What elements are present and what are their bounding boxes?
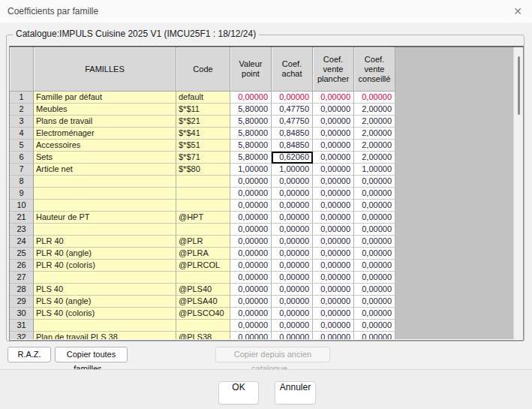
value-cell[interactable]: 0,00000 (313, 260, 354, 272)
value-cell[interactable]: 0,00000 (272, 332, 313, 339)
value-cell[interactable]: 0,00000 (354, 212, 395, 224)
row-number-cell[interactable]: 25 (10, 248, 34, 260)
value-cell[interactable]: 0,00000 (313, 200, 354, 212)
code-cell[interactable]: $*$11 (176, 104, 230, 116)
value-cell[interactable]: 5,80000 (230, 116, 272, 128)
value-cell[interactable]: 0,00000 (354, 284, 395, 296)
value-cell[interactable]: 1,00000 (272, 164, 313, 176)
row-number-cell[interactable]: 8 (10, 176, 34, 188)
value-cell[interactable]: 2,00000 (354, 128, 395, 140)
row-number-cell[interactable]: 10 (10, 200, 34, 212)
value-cell[interactable]: 0,00000 (354, 272, 395, 284)
row-number-cell[interactable]: 23 (10, 224, 34, 236)
code-cell[interactable]: @PLR (176, 236, 230, 248)
row-number-cell[interactable]: 21 (10, 212, 34, 224)
value-cell[interactable]: 0,00000 (272, 188, 313, 200)
code-cell[interactable] (176, 272, 230, 284)
code-cell[interactable]: default (176, 92, 230, 104)
value-cell[interactable]: 0,00000 (230, 176, 272, 188)
famille-cell[interactable]: Sets (34, 152, 176, 164)
row-number-cell[interactable]: 2 (10, 104, 34, 116)
value-cell[interactable]: 0,00000 (313, 332, 354, 339)
famille-cell[interactable]: Plan de travail PLS 38 (34, 332, 176, 339)
header-code[interactable]: Code (176, 47, 230, 92)
value-cell[interactable]: 0,00000 (230, 296, 272, 308)
code-cell[interactable]: @PLRA (176, 248, 230, 260)
famille-cell[interactable]: Article net (34, 164, 176, 176)
value-cell[interactable]: 0,00000 (230, 224, 272, 236)
value-cell[interactable]: 0,00000 (313, 164, 354, 176)
value-cell[interactable]: 1,00000 (354, 164, 395, 176)
value-cell[interactable]: 0,00000 (313, 272, 354, 284)
value-cell[interactable]: 0,00000 (230, 188, 272, 200)
value-cell[interactable]: 0,00000 (272, 260, 313, 272)
header-familles[interactable]: FAMILLES (34, 47, 176, 92)
value-cell[interactable]: 0,00000 (230, 284, 272, 296)
vertical-scrollbar[interactable] (513, 47, 523, 339)
value-cell[interactable]: 0,00000 (354, 260, 395, 272)
code-cell[interactable]: $*$41 (176, 128, 230, 140)
value-cell[interactable]: 0,00000 (272, 284, 313, 296)
copy-all-families-button[interactable]: Copier toutes familles... (55, 347, 128, 362)
close-icon[interactable]: ✕ (508, 3, 527, 20)
value-cell[interactable]: 5,80000 (230, 104, 272, 116)
value-cell[interactable]: 2,00000 (354, 104, 395, 116)
selected-value-cell[interactable]: 0,62060 (272, 152, 313, 164)
row-number-cell[interactable]: 31 (10, 320, 34, 332)
value-cell[interactable]: 0,00000 (272, 272, 313, 284)
famille-cell[interactable]: Famille par défaut (34, 92, 176, 104)
value-cell[interactable]: 0,00000 (313, 140, 354, 152)
famille-cell[interactable]: Meubles (34, 104, 176, 116)
code-cell[interactable] (176, 188, 230, 200)
value-cell[interactable]: 0,00000 (313, 308, 354, 320)
famille-cell[interactable]: PLS 40 (34, 284, 176, 296)
row-number-cell[interactable]: 5 (10, 140, 34, 152)
value-cell[interactable]: 5,80000 (230, 140, 272, 152)
code-cell[interactable]: @PLSCO40 (176, 308, 230, 320)
value-cell[interactable]: 0,00000 (313, 152, 354, 164)
value-cell[interactable]: 0,00000 (313, 104, 354, 116)
famille-cell[interactable]: Plans de travail (34, 116, 176, 128)
row-number-cell[interactable]: 26 (10, 260, 34, 272)
row-number-cell[interactable]: 7 (10, 164, 34, 176)
value-cell[interactable]: 0,00000 (272, 248, 313, 260)
code-cell[interactable]: $*$21 (176, 116, 230, 128)
code-cell[interactable]: $*$51 (176, 140, 230, 152)
row-number-cell[interactable]: 30 (10, 308, 34, 320)
value-cell[interactable]: 0,00000 (354, 176, 395, 188)
value-cell[interactable]: 1,00000 (230, 164, 272, 176)
value-cell[interactable]: 0,00000 (354, 332, 395, 339)
value-cell[interactable]: 0,00000 (354, 248, 395, 260)
value-cell[interactable]: 0,00000 (313, 320, 354, 332)
value-cell[interactable]: 0,00000 (313, 116, 354, 128)
famille-cell[interactable]: Hauteur de PT (34, 212, 176, 224)
code-cell[interactable]: @PLSA40 (176, 296, 230, 308)
value-cell[interactable]: 0,47750 (272, 116, 313, 128)
value-cell[interactable]: 0,00000 (313, 236, 354, 248)
row-number-cell[interactable]: 3 (10, 116, 34, 128)
famille-cell[interactable]: Accessoires (34, 140, 176, 152)
code-cell[interactable]: $*$71 (176, 152, 230, 164)
value-cell[interactable]: 0,00000 (272, 212, 313, 224)
famille-cell[interactable]: PLS 40 (angle) (34, 296, 176, 308)
value-cell[interactable]: 0,00000 (354, 320, 395, 332)
row-number-cell[interactable]: 32 (10, 332, 34, 339)
famille-cell[interactable]: PLR 40 (angle) (34, 248, 176, 260)
value-cell[interactable]: 0,00000 (272, 320, 313, 332)
value-cell[interactable]: 0,00000 (272, 224, 313, 236)
value-cell[interactable]: 0,00000 (354, 224, 395, 236)
value-cell[interactable]: 0,00000 (272, 200, 313, 212)
row-number-cell[interactable]: 28 (10, 284, 34, 296)
famille-cell[interactable]: PLR 40 (34, 236, 176, 248)
value-cell[interactable]: 0,00000 (313, 224, 354, 236)
value-cell[interactable]: 5,80000 (230, 152, 272, 164)
value-cell[interactable]: 2,00000 (354, 152, 395, 164)
value-cell[interactable]: 0,00000 (313, 248, 354, 260)
value-cell[interactable]: 0,00000 (354, 92, 395, 104)
value-cell[interactable]: 0,00000 (354, 236, 395, 248)
famille-cell[interactable] (34, 176, 176, 188)
value-cell[interactable]: 0,00000 (230, 332, 272, 339)
value-cell[interactable]: 0,00000 (230, 92, 272, 104)
value-cell[interactable]: 2,00000 (354, 116, 395, 128)
row-number-cell[interactable]: 4 (10, 128, 34, 140)
